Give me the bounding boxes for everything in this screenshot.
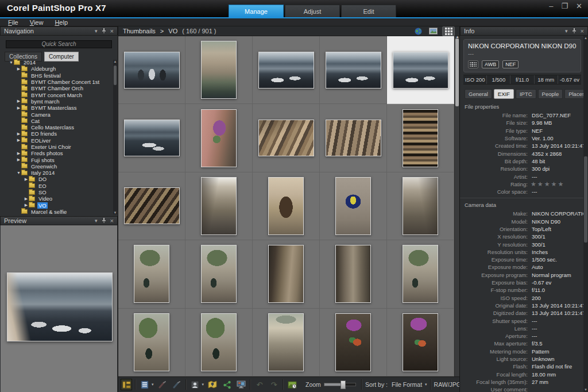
thumbnail-cell[interactable]	[118, 172, 185, 240]
thumbnail-cell[interactable]	[320, 104, 387, 172]
tab-people[interactable]: People	[538, 89, 563, 99]
thumbnail-cell[interactable]	[253, 104, 320, 172]
tab-iptc[interactable]: IPTC	[516, 89, 536, 99]
scroll-up-icon[interactable]: ▲	[113, 60, 117, 63]
scrollbar-thumb[interactable]	[455, 39, 459, 106]
thumbnail-pink-building[interactable]	[201, 109, 237, 167]
view-menu-button[interactable]	[139, 379, 150, 390]
thumbnail-cell[interactable]	[253, 36, 320, 104]
maximize-button[interactable]: ❐	[561, 1, 568, 11]
tree-item-bymt-concert-march[interactable]: BYMT concert March	[0, 91, 113, 98]
tree-item-eo[interactable]: EO	[0, 183, 113, 189]
expander-icon[interactable]: ▶	[24, 177, 29, 182]
scroll-down-icon[interactable]: ▼	[583, 388, 588, 391]
tree-item-greenwich[interactable]: Greenwich	[0, 163, 113, 170]
pin-icon[interactable]	[572, 28, 577, 34]
tree-item-bymt-chamber-concert-1st[interactable]: BYMT Chamber Concert 1st	[0, 79, 113, 85]
thumbnail-flag-flowers2[interactable]	[403, 313, 438, 371]
tree-item-cello-masterclass[interactable]: Cello Masterclass	[0, 124, 113, 130]
thumbnail-women-lake[interactable]	[124, 52, 180, 89]
tree-item-aldeburgh[interactable]: ▶Aldeburgh	[0, 66, 113, 72]
thumbnail-harbor-canal[interactable]	[124, 120, 180, 156]
tree-item-cat[interactable]: Cat	[0, 118, 113, 124]
tab-manage[interactable]: Manage	[229, 5, 284, 17]
thumbnail-harbor[interactable]	[326, 52, 381, 89]
tab-exif[interactable]: EXIF	[494, 89, 514, 99]
panel-menu-icon[interactable]: ▾	[565, 28, 568, 34]
thumbnail-tree-house[interactable]	[134, 245, 169, 303]
thumbnail-cell[interactable]	[185, 36, 253, 104]
close-icon[interactable]: ×	[581, 28, 584, 34]
scrollbar-thumb[interactable]	[114, 66, 117, 85]
thumbnail-cell-selected[interactable]	[387, 36, 454, 104]
menu-help[interactable]: Help	[55, 19, 68, 26]
tree-item-video[interactable]: ▶Video	[0, 195, 113, 202]
slideshow-button[interactable]	[235, 379, 247, 390]
tree-item-2014[interactable]: ▼2014	[0, 59, 113, 66]
thumbnail-sandals[interactable]	[258, 120, 314, 156]
expander-icon[interactable]: ▶	[24, 197, 29, 201]
tree-item-eoliver[interactable]: ▶EOLiver	[0, 137, 113, 144]
chevron-down-icon[interactable]: ▾	[152, 382, 154, 387]
minimize-button[interactable]: –	[549, 1, 553, 11]
close-icon[interactable]: ×	[110, 217, 114, 224]
thumbnail-alley[interactable]	[201, 177, 237, 235]
share-button[interactable]	[221, 379, 233, 390]
thumbnail-cell[interactable]	[387, 309, 454, 376]
tree-item-exeter-uni-choir[interactable]: Exeter Uni Choir	[0, 144, 113, 150]
thumbnail-cell[interactable]	[253, 172, 320, 240]
expander-icon[interactable]: ▼	[16, 171, 21, 175]
tree-item-italy-2014[interactable]: ▼Italy 2014	[0, 170, 113, 176]
thumbnail-hillside[interactable]	[201, 41, 237, 99]
panel-menu-icon[interactable]: ▾	[95, 218, 98, 224]
thumbnail-cell[interactable]	[185, 104, 253, 172]
thumbnail-flag-flowers[interactable]	[335, 313, 371, 371]
thumbnail-cell[interactable]	[185, 172, 253, 240]
edit-brush-icon[interactable]	[171, 379, 183, 390]
tree-item-camera[interactable]: Camera	[0, 111, 113, 117]
map-photos-button[interactable]	[207, 379, 218, 390]
thumbnail-cell[interactable]	[118, 309, 185, 376]
tree-item-bhs-festival[interactable]: BHS festival	[0, 72, 113, 79]
thumbnail-tree-door[interactable]	[134, 313, 169, 371]
thumbnail-cell[interactable]	[118, 240, 185, 308]
thumbnail-cell[interactable]	[320, 172, 387, 240]
expander-icon[interactable]: ▶	[16, 106, 21, 110]
tree-item-bymt-chamber-orch[interactable]: BYMT Chamber Orch	[0, 85, 113, 91]
thumbnail-tree-house[interactable]	[403, 245, 438, 303]
chevron-down-icon[interactable]: ▾	[425, 382, 427, 387]
tag-brush-icon[interactable]	[157, 379, 168, 390]
thumbnail-tree-door[interactable]	[201, 313, 237, 371]
thumbnail-cell[interactable]	[118, 36, 185, 104]
close-button[interactable]: ✕	[576, 1, 582, 11]
expander-icon[interactable]: ▶	[16, 67, 21, 71]
thumbnail-cell[interactable]	[320, 240, 387, 308]
thumbnail-cell[interactable]	[185, 309, 253, 376]
expander-icon[interactable]: ▶	[16, 157, 21, 162]
expander-icon[interactable]: ▼	[9, 60, 14, 64]
panel-menu-icon[interactable]: ▾	[95, 28, 98, 34]
thumbnail-mode-icon[interactable]	[442, 26, 455, 36]
menu-view[interactable]: View	[30, 19, 44, 26]
thumbnail-cell[interactable]	[320, 36, 387, 104]
preview-mode-icon[interactable]	[427, 27, 439, 36]
thumbnail-shoe-shelves[interactable]	[403, 109, 438, 167]
rotate-left-button[interactable]: ↶	[254, 379, 265, 390]
tab-general[interactable]: General	[465, 89, 492, 99]
thumbnail-cell[interactable]	[387, 240, 454, 308]
pin-icon[interactable]	[102, 217, 106, 224]
thumbnail-narrow-street[interactable]	[335, 245, 371, 303]
thumbnail-facade[interactable]	[268, 245, 304, 303]
expander-icon[interactable]: ▶	[24, 203, 29, 207]
thumbnail-cell[interactable]	[387, 172, 454, 240]
sort-by-value[interactable]: File Format	[392, 381, 422, 388]
tree-item-do[interactable]: ▶DO	[0, 176, 113, 182]
chevron-down-icon[interactable]: ▾	[202, 382, 204, 387]
tree-item-so[interactable]: SO	[0, 189, 113, 195]
tree-item-vo[interactable]: ▶VO	[0, 202, 113, 209]
thumbnail-courtyard[interactable]	[268, 313, 304, 371]
tab-places[interactable]: Places	[564, 89, 583, 99]
breadcrumb-root[interactable]: Thumbnails	[123, 28, 156, 34]
thumbnail-harbor[interactable]	[393, 52, 448, 89]
thumbnail-old-door[interactable]	[268, 177, 304, 235]
